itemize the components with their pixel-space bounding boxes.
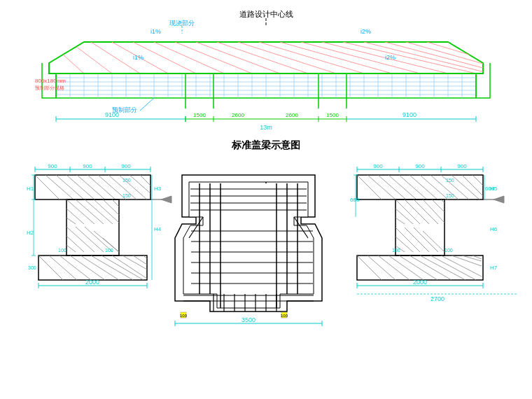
svg-text:900: 900 [415,163,425,169]
svg-line-135 [49,255,77,280]
svg-text:i1%: i1% [150,28,161,35]
svg-rect-211 [357,175,483,200]
svg-line-14 [217,42,308,74]
svg-text:H2: H2 [27,230,34,236]
svg-line-213 [357,175,382,200]
svg-line-122 [112,200,119,206]
svg-rect-227 [396,200,444,255]
svg-line-131 [66,245,76,252]
svg-line-134 [38,255,63,280]
svg-text:i2%: i2% [360,28,371,35]
svg-text:道路设计中心线: 道路设计中心线 [239,10,293,18]
svg-line-217 [399,175,427,200]
svg-text:900: 900 [373,163,383,169]
svg-line-215 [378,175,406,200]
svg-text:2000: 2000 [413,279,427,286]
svg-text:H4: H4 [154,226,162,232]
svg-text:100: 100 [58,248,66,253]
svg-text:13m: 13m [260,124,272,131]
svg-line-140 [102,255,144,280]
bottom-diagrams: 900 900 900 [14,158,518,368]
svg-line-16 [259,42,364,74]
svg-line-251 [430,255,476,280]
svg-line-234 [396,209,413,224]
svg-line-23 [406,42,518,74]
svg-line-121 [103,200,119,215]
svg-line-245 [368,255,396,280]
svg-text:2600: 2600 [232,112,244,118]
svg-line-229 [405,200,429,224]
svg-line-119 [85,200,113,224]
svg-text:300: 300 [28,265,36,270]
svg-line-141 [112,255,147,279]
svg-text:2700: 2700 [430,295,444,302]
svg-line-220 [430,175,458,200]
svg-line-218 [410,175,438,200]
svg-line-238 [414,227,438,252]
svg-line-244 [357,255,382,280]
svg-text:100: 100 [392,248,400,253]
svg-text:3500: 3500 [241,316,255,323]
svg-text:H5: H5 [490,186,498,192]
svg-line-104 [35,175,59,200]
svg-text:i1%: i1% [133,54,144,61]
svg-text:150: 150 [122,193,131,198]
top-diagram: 道路设计中心线 现浇部分 i1% i2% [14,7,518,136]
svg-text:1500: 1500 [193,112,206,118]
diagram-title: 标准盖梁示意图 [7,139,525,152]
svg-text:900: 900 [121,163,131,169]
svg-text:H7: H7 [490,265,498,271]
svg-line-216 [388,175,416,200]
svg-line-110 [98,175,126,200]
svg-text:600: 600 [350,197,360,203]
svg-line-67 [140,98,154,111]
svg-line-223 [462,175,483,196]
svg-text:800x180mm: 800x180mm [35,78,66,84]
svg-text:9100: 9100 [105,111,119,118]
svg-line-221 [441,175,469,200]
svg-line-7 [70,42,112,74]
main-container: 道路设计中心线 现浇部分 i1% i2% [0,0,532,399]
svg-line-21 [364,42,490,74]
svg-text:900: 900 [457,163,467,169]
svg-line-106 [56,175,84,200]
svg-text:现浇部分: 现浇部分 [169,20,195,27]
svg-line-139 [91,255,133,280]
svg-line-224 [472,175,483,186]
svg-text:2000: 2000 [85,279,99,286]
svg-text:i2%: i2% [385,54,396,61]
svg-line-249 [410,255,451,280]
svg-text:预制部分规格: 预制部分规格 [35,85,64,90]
svg-line-15 [238,42,336,74]
svg-text:9100: 9100 [402,111,416,118]
svg-line-17 [280,42,392,74]
svg-line-237 [405,227,429,252]
svg-text:100: 100 [444,248,453,253]
svg-text:150: 150 [446,193,454,198]
svg-text:H3: H3 [154,186,162,192]
svg-rect-116 [66,200,119,255]
svg-line-108 [77,175,105,200]
svg-line-130 [66,236,84,252]
svg-line-13 [196,42,280,74]
svg-line-124 [66,218,76,224]
svg-text:900: 900 [48,163,57,169]
svg-line-6 [49,42,84,74]
svg-text:900: 900 [83,163,92,169]
svg-text:150: 150 [446,178,454,183]
svg-text:100: 100 [180,314,188,318]
svg-text:150: 150 [122,178,131,183]
svg-text:H1: H1 [27,186,34,192]
svg-line-214 [368,175,396,200]
svg-text:1500: 1500 [326,112,339,118]
svg-text:H6: H6 [490,226,498,232]
svg-rect-115 [66,200,119,255]
svg-text:2600: 2600 [286,112,298,118]
svg-line-219 [420,175,448,200]
svg-line-105 [46,175,74,200]
svg-rect-212 [357,175,483,200]
svg-line-235 [396,218,405,224]
svg-line-109 [88,175,115,200]
svg-text:100: 100 [105,248,113,253]
svg-rect-226 [396,200,444,255]
